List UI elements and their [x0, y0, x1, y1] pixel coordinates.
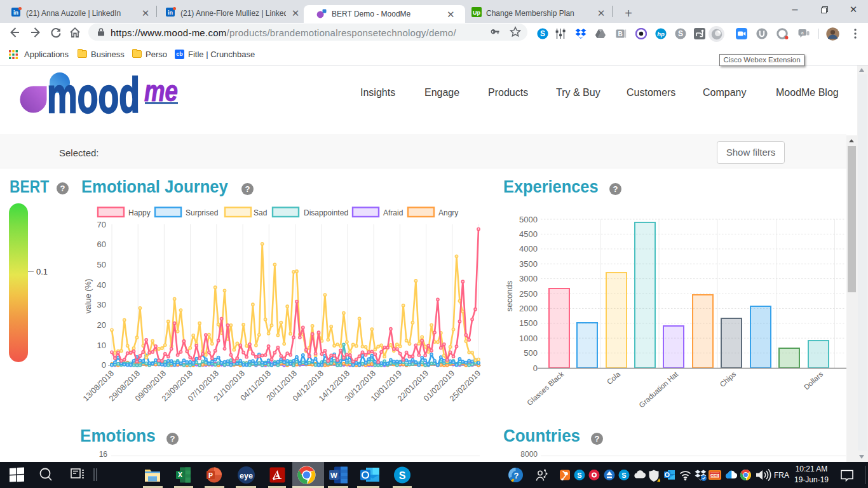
svg-text:70: 70 — [97, 220, 106, 229]
svg-text:hp: hp — [657, 30, 665, 37]
svg-text:60: 60 — [97, 240, 106, 249]
svg-text:Afraid: Afraid — [383, 208, 403, 217]
svg-text:3000: 3000 — [519, 274, 538, 283]
svg-text:0: 0 — [533, 363, 538, 373]
svg-text:10: 10 — [97, 341, 106, 350]
svg-text:5000: 5000 — [519, 215, 538, 224]
svg-text:500: 500 — [524, 348, 538, 358]
svg-text:S: S — [577, 471, 581, 479]
svg-text:seconds: seconds — [505, 280, 514, 311]
svg-text:P: P — [208, 471, 213, 479]
svg-text:Disappointed: Disappointed — [304, 208, 348, 217]
svg-text:Up: Up — [473, 10, 480, 16]
svg-text:eye: eye — [240, 471, 253, 480]
svg-text:S: S — [621, 471, 626, 479]
svg-text:Dollars: Dollars — [803, 370, 825, 391]
svg-text:4000: 4000 — [519, 244, 538, 254]
svg-text:Happy: Happy — [128, 208, 151, 217]
svg-text:value (%): value (%) — [83, 279, 93, 314]
svg-text:Chips: Chips — [718, 370, 737, 388]
svg-text:CC4: CC4 — [710, 473, 719, 478]
svg-text:Graduation Hat: Graduation Hat — [637, 370, 680, 409]
svg-text:Sad: Sad — [254, 208, 267, 217]
svg-text:Cola: Cola — [606, 370, 622, 386]
svg-text:S: S — [399, 470, 406, 481]
svg-text:Glasses Black: Glasses Black — [526, 370, 565, 407]
svg-text:50: 50 — [97, 260, 106, 269]
svg-text:40: 40 — [97, 280, 106, 290]
svg-text:in: in — [13, 10, 18, 16]
svg-text:3500: 3500 — [519, 259, 538, 269]
svg-text:4500: 4500 — [519, 229, 538, 239]
svg-text:S: S — [678, 29, 683, 38]
svg-text:X: X — [178, 471, 182, 478]
svg-text:1500: 1500 — [519, 318, 538, 328]
svg-text:S: S — [540, 29, 545, 38]
svg-text:2000: 2000 — [519, 304, 538, 313]
svg-text:1000: 1000 — [519, 334, 538, 343]
svg-text:?: ? — [514, 471, 519, 480]
svg-text:W: W — [330, 471, 337, 479]
svg-text:B: B — [618, 30, 622, 37]
svg-text:2500: 2500 — [519, 289, 538, 299]
svg-text:Angry: Angry — [438, 208, 458, 217]
svg-text:in: in — [168, 10, 173, 16]
svg-text:Surprised: Surprised — [186, 208, 218, 217]
svg-text:0: 0 — [102, 360, 106, 370]
svg-text:20: 20 — [97, 320, 106, 330]
svg-text:30: 30 — [97, 300, 106, 309]
